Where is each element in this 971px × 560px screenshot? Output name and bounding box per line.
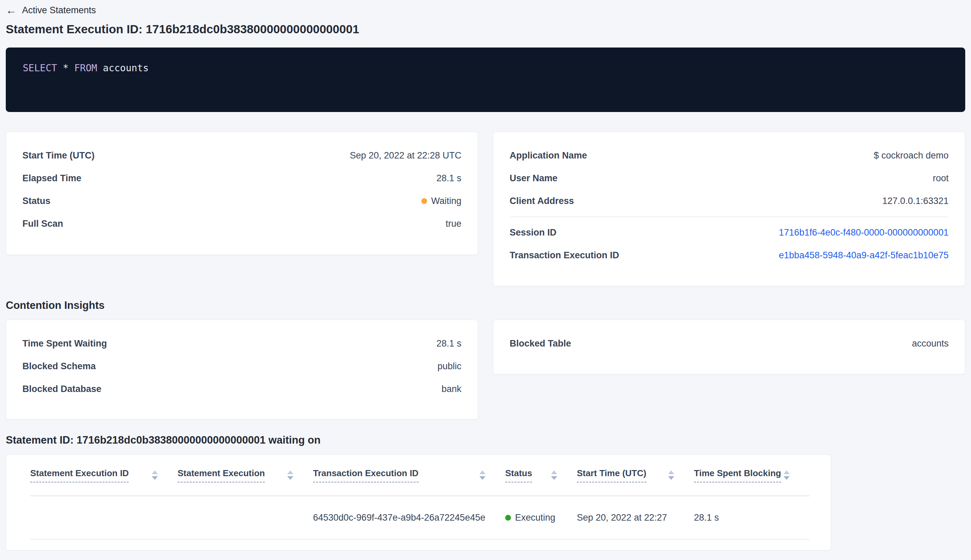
detail-row-start-time: Start Time (UTC) Sep 20, 2022 at 22:28 U… [22,144,461,167]
detail-value: 28.1 s [436,173,461,183]
waiting-on-heading: Statement ID: 1716b218dc0b38380000000000… [6,434,965,446]
sort-icon[interactable] [668,470,674,480]
overview-cards-row: Start Time (UTC) Sep 20, 2022 at 22:28 U… [6,132,965,286]
sql-statement-text: SELECT * FROM accounts [23,62,948,73]
detail-label: Full Scan [22,218,63,229]
cell-transaction-execution-id: 64530d0c-969f-437e-a9b4-26a72245e45e [313,512,505,523]
column-header-statement-execution-id: Statement Execution ID [30,468,178,483]
page-title: Statement Execution ID: 1716b218dc0b3838… [6,22,965,36]
detail-value: public [437,361,461,372]
column-header-status: Status [505,468,577,483]
detail-row-blocked-schema: Blocked Schema public [22,355,461,378]
detail-label: Start Time (UTC) [22,150,95,161]
detail-value: accounts [912,338,949,349]
detail-row-application-name: Application Name $ cockroach demo [510,144,949,167]
status-badge: Waiting [421,196,461,207]
contention-insights-heading: Contention Insights [6,299,965,312]
sql-table-name: accounts [97,62,149,73]
detail-label: Blocked Database [22,384,102,394]
detail-row-full-scan: Full Scan true [22,212,461,235]
executing-status-dot-icon [505,515,511,521]
sql-statement-box: SELECT * FROM accounts [6,48,965,112]
detail-label: Blocked Table [510,338,571,349]
detail-row-elapsed-time: Elapsed Time 28.1 s [22,167,461,190]
detail-label: Time Spent Waiting [22,338,107,349]
column-header-label[interactable]: Transaction Execution ID [313,468,419,483]
contention-details-card: Time Spent Waiting 28.1 s Blocked Schema… [6,320,478,420]
detail-row-client-address: Client Address 127.0.0.1:63321 [510,190,949,212]
status-text: Waiting [431,196,461,207]
detail-row-session-id: Session ID 1716b1f6-4e0c-f480-0000-00000… [510,221,949,244]
cell-status: Executing [505,512,577,523]
detail-label: User Name [510,173,557,183]
detail-row-blocked-database: Blocked Database bank [22,378,461,400]
sort-icon[interactable] [784,470,790,480]
column-header-label[interactable]: Start Time (UTC) [577,468,646,483]
detail-label: Session ID [510,227,556,238]
detail-row-user-name: User Name root [510,167,949,190]
back-link-active-statements[interactable]: Active Statements [22,5,96,16]
sql-star: * [57,62,74,73]
column-header-label[interactable]: Status [505,468,532,483]
detail-row-transaction-execution-id: Transaction Execution ID e1bba458-5948-4… [510,244,949,267]
detail-label: Status [22,196,50,207]
back-arrow-icon: ← [6,5,17,16]
execution-details-card: Start Time (UTC) Sep 20, 2022 at 22:28 U… [6,132,478,255]
table-row: 64530d0c-969f-437e-a9b4-26a72245e45e Exe… [30,496,809,540]
detail-value: $ cockroach demo [874,150,949,161]
column-header-label[interactable]: Time Spent Blocking [694,468,781,483]
sql-keyword-from: FROM [74,62,97,73]
transaction-execution-id-link[interactable]: e1bba458-5948-40a9-a42f-5feac1b10e75 [779,250,949,261]
sort-icon[interactable] [152,470,158,480]
column-header-label[interactable]: Statement Execution [178,468,265,483]
sort-icon[interactable] [551,470,557,480]
blocked-table-card: Blocked Table accounts [493,320,965,374]
statement-execution-details-page: ← Active Statements Statement Execution … [0,0,971,550]
card-divider [510,217,949,217]
session-id-link[interactable]: 1716b1f6-4e0c-f480-0000-000000000001 [779,227,949,238]
status-text: Executing [515,512,556,523]
column-header-statement-execution: Statement Execution [178,468,313,483]
detail-label: Elapsed Time [22,173,82,183]
back-nav[interactable]: ← Active Statements [6,4,965,16]
detail-label: Blocked Schema [22,361,96,372]
detail-label: Client Address [510,196,574,207]
waiting-status-dot-icon [421,198,427,204]
cell-start-time: Sep 20, 2022 at 22:27 [577,512,694,523]
sort-icon[interactable] [287,470,293,480]
waiting-on-table: Statement Execution ID Statement Executi… [6,455,831,550]
table-header-row: Statement Execution ID Statement Executi… [30,455,809,496]
detail-label: Application Name [510,150,587,161]
column-header-time-spent-blocking: Time Spent Blocking [694,468,809,483]
sort-icon[interactable] [479,470,486,480]
detail-row-time-spent-waiting: Time Spent Waiting 28.1 s [22,332,461,355]
contention-cards-row: Time Spent Waiting 28.1 s Blocked Schema… [6,320,965,420]
detail-value: bank [441,384,461,394]
cell-time-spent-blocking: 28.1 s [694,512,809,523]
detail-value: true [445,218,461,229]
column-header-transaction-execution-id: Transaction Execution ID [313,468,505,483]
sql-keyword-select: SELECT [23,62,57,73]
detail-label: Transaction Execution ID [510,250,619,261]
detail-value: root [933,173,949,183]
column-header-label[interactable]: Statement Execution ID [30,468,128,483]
detail-row-status: Status Waiting [22,190,461,212]
session-details-card: Application Name $ cockroach demo User N… [493,132,965,286]
detail-value: 127.0.0.1:63321 [883,196,949,207]
detail-value: Sep 20, 2022 at 22:28 UTC [350,150,461,161]
column-header-start-time: Start Time (UTC) [577,468,694,483]
detail-value: 28.1 s [436,338,461,349]
detail-row-blocked-table: Blocked Table accounts [510,332,949,355]
